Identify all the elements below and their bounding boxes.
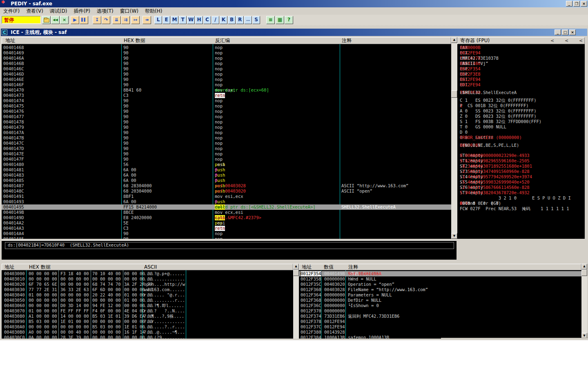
step-over-icon[interactable]: ↷ bbox=[102, 16, 110, 24]
menu-item[interactable]: 窗口(W) bbox=[117, 7, 142, 15]
disasm-scrollbar[interactable]: ▲ ▼ bbox=[451, 37, 457, 239]
register-line[interactable]: ST7 empty 5.9474834382043678720e-4932 bbox=[457, 190, 585, 195]
stack-row[interactable]: 0012F36C00000000└IsShown = 0 bbox=[299, 303, 581, 308]
disasm-row[interactable]: 00401473C3retn bbox=[2, 93, 451, 98]
register-line[interactable]: EAX 0000000B bbox=[457, 45, 585, 50]
register-line[interactable]: EIP 7D610F40 SHELL32.ShellExecuteA bbox=[457, 90, 585, 95]
disasm-row[interactable]: 0040147890nop bbox=[2, 119, 451, 125]
stack-scroll-thumb[interactable] bbox=[581, 269, 587, 276]
dump-row[interactable]: 004030206F 70 65 6E00 00 00 0068 74 74 7… bbox=[2, 282, 293, 287]
disasm-row[interactable]: 0040147690nop bbox=[2, 109, 451, 114]
register-line[interactable]: EDI 0012FE94 bbox=[457, 82, 585, 88]
registers-pane[interactable]: EAX 0000000BECX 0012FE94EDX 73E10378 MFC… bbox=[457, 44, 585, 239]
stack-row[interactable]: 0012F38000143928 bbox=[299, 330, 581, 335]
disasm-row[interactable]: 0040147C90nop bbox=[2, 141, 451, 146]
close-program-icon[interactable]: × bbox=[60, 16, 69, 24]
animate-into-icon[interactable]: ⇊ bbox=[112, 16, 121, 24]
register-line[interactable]: ECX 0012FE94 bbox=[457, 50, 585, 56]
letter-button-R[interactable]: R bbox=[236, 16, 244, 24]
dump-row[interactable]: 0040304001 00 00 0000 00 00 0020 22 40 0… bbox=[2, 292, 293, 298]
stack-pane[interactable]: 0012F3540040149B┌CALL 到 ShellExecuteA 来自… bbox=[299, 270, 581, 339]
windows-icon[interactable]: ▦ bbox=[276, 16, 284, 24]
disasm-row[interactable]: 004014936A 00push 0 bbox=[2, 199, 451, 204]
stack-row[interactable]: 0012F3780012FE94 bbox=[299, 319, 581, 324]
disasm-row[interactable]: 004014708B41 60mov eax,dword ptr ds:[ecx… bbox=[2, 88, 451, 93]
letter-button-B[interactable]: B bbox=[228, 16, 236, 24]
execute-till-return-icon[interactable]: ↦ bbox=[131, 16, 140, 24]
stack-row[interactable]: 0012F3540040149B┌CALL 到 ShellExecuteA 来自… bbox=[299, 271, 581, 276]
scroll-up-icon[interactable]: ▲ bbox=[581, 264, 587, 269]
disasm-row[interactable]: 0040148056push esi bbox=[2, 162, 451, 167]
stack-row[interactable]: 0012F36400000000Parameters = NULL bbox=[299, 292, 581, 298]
register-line[interactable]: ST2 empty -8.3406463071892551680e+1801 bbox=[457, 164, 585, 169]
disasm-row[interactable]: 0040147990nop bbox=[2, 125, 451, 130]
menu-item[interactable]: 帮助(H) bbox=[142, 7, 165, 15]
register-line[interactable]: S 1 FS 003B 32位 7FFDD000(FFF) bbox=[457, 119, 585, 124]
register-line[interactable]: A 0 SS 0023 32位 0(FFFFFFFF) bbox=[457, 108, 585, 114]
open-icon[interactable] bbox=[42, 16, 51, 24]
cpu-maximize-button[interactable]: □ bbox=[562, 29, 568, 35]
register-line[interactable]: FCW 027F Prec NEAR,53 掩码 1 1 1 1 1 1 bbox=[457, 206, 585, 211]
stack-row[interactable]: 0012F36800000000DefDir = NULL bbox=[299, 298, 581, 303]
dump-row[interactable]: 0040300000 00 00 00F3 18 40 0070 10 40 0… bbox=[2, 271, 293, 276]
dump-row[interactable]: 0040307001 00 00 00FE FF FF FFF4 0F 00 0… bbox=[2, 308, 293, 314]
menu-item[interactable]: 插件(P) bbox=[70, 7, 94, 15]
disasm-row[interactable]: 0040146890nop bbox=[2, 45, 451, 50]
hex-dump-pane[interactable]: 0040300000 00 00 00F3 18 40 0070 10 40 0… bbox=[2, 270, 293, 339]
cpu-close-button[interactable]: × bbox=[569, 29, 576, 35]
disasm-row[interactable]: 0040148C68 20304000push saf.00403020ASCI… bbox=[2, 188, 451, 194]
stack-scrollbar[interactable]: ▲ ▼ bbox=[581, 264, 587, 339]
letter-button-L[interactable]: L bbox=[154, 16, 162, 24]
run-icon[interactable]: ▶ bbox=[71, 16, 79, 24]
disasm-row[interactable]: 004014816A 00push 0 bbox=[2, 167, 451, 173]
register-line[interactable]: EDX 73E10378 MFC42.73E10378 bbox=[457, 56, 585, 61]
disasm-row[interactable]: 004014856A 00push 0 bbox=[2, 178, 451, 183]
pause-icon[interactable]: ▌▌ bbox=[80, 16, 88, 24]
disassembly-pane[interactable]: 0040146890nop0040146990nop0040146A90nop0… bbox=[2, 44, 451, 239]
dump-row[interactable]: 004030A000 00 00 0000 00 00 00B5 03 00 0… bbox=[2, 324, 293, 330]
scroll-up-icon[interactable]: ▲ bbox=[293, 264, 299, 269]
step-into-icon[interactable]: ↧ bbox=[93, 16, 101, 24]
letter-button-E[interactable]: E bbox=[163, 16, 170, 24]
register-line[interactable]: EBP 0012F3E8 bbox=[457, 72, 585, 77]
disasm-row[interactable]: 0040147790nop bbox=[2, 114, 451, 119]
disasm-row[interactable]: 004014A25Epop esi bbox=[2, 220, 451, 226]
animate-over-icon[interactable]: ⇉ bbox=[121, 16, 130, 24]
close-button[interactable]: × bbox=[581, 1, 587, 7]
register-line[interactable]: ST4 empty -1.4244539577942699520e+3974 bbox=[457, 174, 585, 180]
register-line[interactable]: O 0 LastErr ERROR_SUCCESS (00000000) bbox=[457, 135, 585, 140]
disasm-row[interactable]: 0040147590nop bbox=[2, 103, 451, 109]
register-line[interactable]: T 0 GS 0000 NULL bbox=[457, 124, 585, 130]
dump-row[interactable]: 00403090B5 03 00 001E 01 00 0000 00 00 0… bbox=[2, 319, 293, 324]
reg-pane-arrow[interactable]: < bbox=[579, 38, 583, 44]
register-line[interactable]: ST3 empty -2.5852153474091560960e-828 bbox=[457, 169, 585, 174]
minimize-button[interactable]: _ bbox=[566, 1, 572, 7]
register-line[interactable]: EBX 00401480 ASCII “Vj” bbox=[457, 61, 585, 66]
stack-row[interactable]: 0012F35C00403020Operation = “open” bbox=[299, 282, 581, 287]
menu-item[interactable]: 选项(T) bbox=[94, 7, 117, 15]
letter-button-...[interactable]: ... bbox=[244, 16, 252, 24]
letter-button-T[interactable]: T bbox=[179, 16, 187, 24]
dump-row[interactable]: 00403080A1 00 00 0014 00 00 00B5 03 1E 0… bbox=[2, 314, 293, 319]
disasm-row[interactable]: 0040146B90nop bbox=[2, 61, 451, 66]
dump-row[interactable]: 0040305000 00 00 0000 00 00 0000 00 00 0… bbox=[2, 298, 293, 303]
dump-scrollbar[interactable]: ▲ bbox=[293, 264, 299, 339]
register-line[interactable]: ST0 empty 0.0000000000000023290e-4933 bbox=[457, 153, 585, 158]
letter-button-H[interactable]: H bbox=[195, 16, 203, 24]
cpu-minimize-button[interactable]: _ bbox=[555, 29, 561, 35]
letter-button-K[interactable]: K bbox=[220, 16, 227, 24]
register-line[interactable]: EFL 00000287 (NO,B,NE,BE,S,PE,L,LE) bbox=[457, 143, 585, 148]
register-line[interactable]: FST 0000 Cond 0 0 0 0 Err 0 0 0 0 0 0 0 … bbox=[457, 201, 585, 206]
stack-row[interactable]: 0012F37000000000 bbox=[299, 308, 581, 314]
disasm-row[interactable]: 0040146A90nop bbox=[2, 56, 451, 61]
disasm-row[interactable]: 0040148768 28304000push saf.00403028ASCI… bbox=[2, 183, 451, 188]
disasm-row[interactable]: 004014A3C3retn bbox=[2, 226, 451, 231]
register-line[interactable]: Z 0 DS 0023 32位 0(FFFFFFFF) bbox=[457, 114, 585, 119]
go-to-user-code-icon[interactable]: ↠ bbox=[143, 16, 151, 24]
scroll-down-icon[interactable]: ▼ bbox=[451, 233, 457, 239]
letter-button-slash[interactable]: / bbox=[212, 16, 219, 24]
menu-item[interactable]: 文件(F) bbox=[0, 7, 23, 15]
disasm-row[interactable]: 00401495FF15 B4214000call dword ptr ds:[… bbox=[2, 204, 451, 210]
dump-row[interactable]: 004030C00A 00 00 0028 3F 39 0000 00 00 0… bbox=[2, 335, 293, 339]
dump-row[interactable]: 004030B0A0 00 00 0000 00 40 0000 00 00 0… bbox=[2, 330, 293, 335]
